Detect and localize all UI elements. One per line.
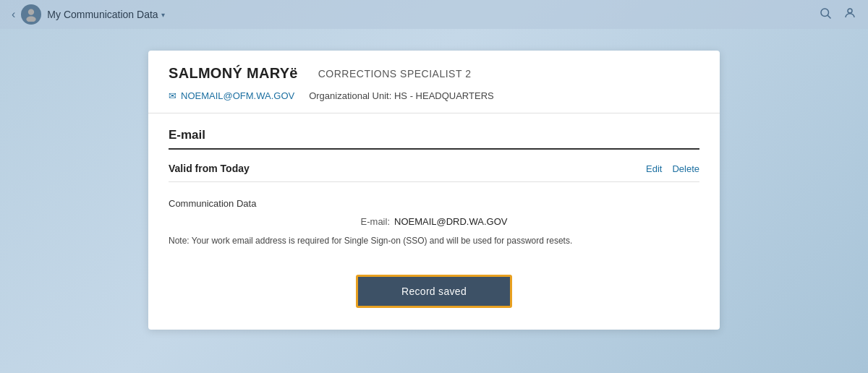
app-title: My Communication Data ▾ xyxy=(47,9,164,20)
main-content: SALMONÝ MARYë CORRECTIONS SPECIALIST 2 ✉… xyxy=(0,29,868,351)
job-title: CORRECTIONS SPECIALIST 2 xyxy=(318,68,472,80)
org-unit-label: Organizational Unit: xyxy=(309,90,391,101)
record-saved-button[interactable]: Record saved xyxy=(356,275,512,308)
email-field-value: NOEMAIL@DRD.WA.GOV xyxy=(394,216,507,227)
card-header: SALMONÝ MARYë CORRECTIONS SPECIALIST 2 ✉… xyxy=(148,51,720,113)
edit-link[interactable]: Edit xyxy=(646,163,662,174)
header-top: SALMONÝ MARYë CORRECTIONS SPECIALIST 2 xyxy=(169,65,699,82)
button-row: Record saved xyxy=(169,275,699,308)
valid-from-label: Valid from Today xyxy=(169,163,250,174)
email-field-label: E-mail: xyxy=(361,216,390,227)
valid-from-row: Valid from Today Edit Delete xyxy=(169,163,699,182)
person-name: SALMONÝ MARYë xyxy=(169,65,298,82)
header-sub: ✉ NOEMAIL@OFM.WA.GOV Organizational Unit… xyxy=(169,90,699,101)
svg-line-3 xyxy=(827,15,830,18)
nav-right xyxy=(819,7,856,23)
nav-left: ‹ My Communication Data ▾ xyxy=(12,4,165,25)
header-email-text: NOEMAIL@OFM.WA.GOV xyxy=(181,90,294,101)
note-text: Note: Your work email address is require… xyxy=(169,234,699,247)
org-unit: Organizational Unit: HS - HEADQUARTERS xyxy=(309,90,494,101)
back-icon: ‹ xyxy=(12,8,15,21)
avatar xyxy=(21,4,41,25)
app-title-text: My Communication Data xyxy=(47,9,158,20)
top-nav-bar: ‹ My Communication Data ▾ xyxy=(0,0,868,29)
email-row: E-mail: NOEMAIL@DRD.WA.GOV xyxy=(169,216,699,227)
delete-link[interactable]: Delete xyxy=(672,163,699,174)
svg-point-0 xyxy=(28,9,34,15)
comm-data-label: Communication Data xyxy=(169,198,699,209)
svg-point-1 xyxy=(27,17,36,22)
section-title: E-mail xyxy=(169,128,699,150)
svg-point-4 xyxy=(848,9,852,13)
svg-point-2 xyxy=(821,9,829,17)
action-links: Edit Delete xyxy=(646,163,699,174)
search-icon[interactable] xyxy=(819,7,832,23)
org-unit-value: HS - HEADQUARTERS xyxy=(394,90,494,101)
header-email-link[interactable]: ✉ NOEMAIL@OFM.WA.GOV xyxy=(169,90,294,101)
main-card: SALMONÝ MARYë CORRECTIONS SPECIALIST 2 ✉… xyxy=(148,51,720,330)
card-body: E-mail Valid from Today Edit Delete Comm… xyxy=(148,113,720,330)
chevron-down-icon[interactable]: ▾ xyxy=(161,11,165,19)
user-icon[interactable] xyxy=(843,7,856,23)
back-button[interactable]: ‹ xyxy=(12,8,15,21)
envelope-icon: ✉ xyxy=(169,90,176,101)
comm-data-section: Communication Data E-mail: NOEMAIL@DRD.W… xyxy=(169,192,699,254)
